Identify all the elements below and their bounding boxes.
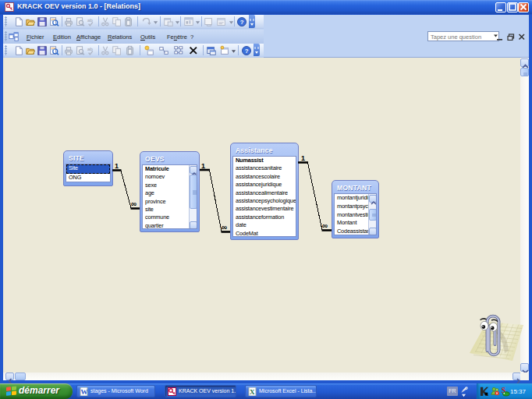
svg-text:W: W [81,388,88,396]
svg-text:ab: ab [87,17,93,23]
svg-text:X: X [250,388,255,396]
svg-text:?: ? [240,19,244,26]
svg-text:?: ? [245,48,249,55]
svg-text:ab: ab [87,46,93,51]
